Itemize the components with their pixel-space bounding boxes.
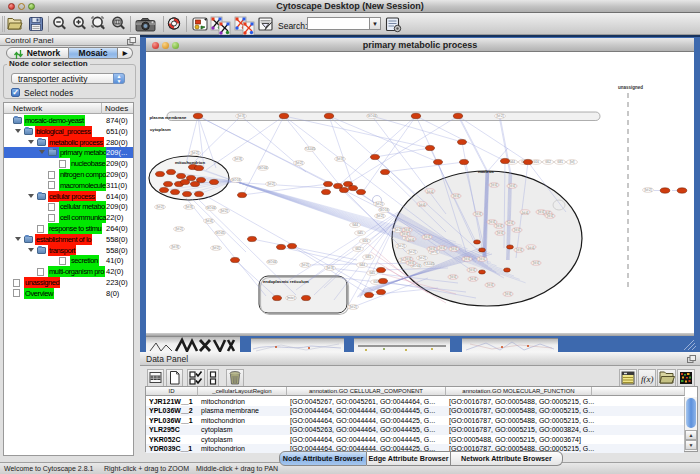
svg-text:G31: G31 <box>557 160 563 164</box>
svg-text:[lvl:4]: [lvl:4] <box>427 190 434 194</box>
svg-text:[lvl:4]: [lvl:4] <box>469 268 476 272</box>
svg-text:[lvl:3]: [lvl:3] <box>336 157 343 161</box>
svg-text:GO:44: GO:44 <box>207 206 216 210</box>
svg-text:[lvl:2]: [lvl:2] <box>408 250 415 254</box>
svg-text:[lvl]: [lvl] <box>570 160 575 164</box>
svg-text:[lvl:2]: [lvl:2] <box>267 182 274 186</box>
svg-text:[lvl:4]: [lvl:4] <box>451 247 458 251</box>
svg-text:cytoplasm: cytoplasm <box>150 127 171 132</box>
svg-text:[lvl:4]: [lvl:4] <box>496 224 503 228</box>
svg-text:[lvl:4]: [lvl:4] <box>487 283 494 287</box>
svg-text:YJL045: YJL045 <box>424 262 435 266</box>
svg-text:G45: G45 <box>369 271 375 275</box>
svg-text:[lvl:4]: [lvl:4] <box>470 277 477 281</box>
svg-text:[lvl:4]: [lvl:4] <box>402 232 409 236</box>
svg-text:G16: G16 <box>362 239 368 243</box>
svg-text:[lvl:2]: [lvl:2] <box>397 244 404 248</box>
svg-text:[lvl:4]: [lvl:4] <box>497 231 504 235</box>
svg-text:unassigned: unassigned <box>618 85 643 90</box>
svg-text:[lvl:4]: [lvl:4] <box>408 238 415 242</box>
svg-text:YJL045: YJL045 <box>305 147 316 151</box>
svg-text:[lvl:4]: [lvl:4] <box>408 261 415 265</box>
svg-text:G31: G31 <box>365 255 371 259</box>
svg-text:GO:45: GO:45 <box>216 231 225 235</box>
svg-text:G44: G44 <box>359 263 365 267</box>
svg-text:[lvl:2]: [lvl:2] <box>496 114 503 118</box>
svg-text:GO:44: GO:44 <box>268 260 277 264</box>
svg-text:f(x): f(x) <box>641 374 654 384</box>
svg-text:[lvl:3]: [lvl:3] <box>326 266 333 270</box>
svg-text:[lvl:4]: [lvl:4] <box>429 247 436 251</box>
svg-text:G44: G44 <box>352 223 358 227</box>
svg-text:[lvl:4]: [lvl:4] <box>464 257 471 261</box>
svg-text:[lvl:4]: [lvl:4] <box>453 194 460 198</box>
svg-text:[lvl:2]: [lvl:2] <box>295 161 302 165</box>
svg-text:[lvl:4]: [lvl:4] <box>419 203 426 207</box>
svg-text:[lvl:2]: [lvl:2] <box>220 209 227 213</box>
svg-text:[lvl:4]: [lvl:4] <box>516 248 523 252</box>
svg-text:[lvl:3]: [lvl:3] <box>237 114 244 118</box>
svg-text:[mito:]: [mito:] <box>287 296 295 300</box>
svg-text:G52: G52 <box>545 160 551 164</box>
svg-text:[lvl:2]: [lvl:2] <box>156 205 163 209</box>
svg-text:GO:44: GO:44 <box>259 166 268 170</box>
svg-text:G52: G52 <box>355 247 361 251</box>
svg-text:GO:44: GO:44 <box>368 114 377 118</box>
svg-text:[lvl:4]: [lvl:4] <box>424 235 431 239</box>
svg-text:[lvl:2]: [lvl:2] <box>418 256 425 260</box>
svg-text:[lvl:4]: [lvl:4] <box>509 184 516 188</box>
svg-text:[lvl:4]: [lvl:4] <box>528 246 535 250</box>
svg-text:[lvl:4]: [lvl:4] <box>533 261 540 265</box>
svg-text:[lvl:4]: [lvl:4] <box>479 257 486 261</box>
svg-text:[lvl:2]: [lvl:2] <box>375 202 382 206</box>
svg-text:endoplasmic reticulum: endoplasmic reticulum <box>263 279 309 284</box>
svg-text:[lvl:2]: [lvl:2] <box>301 263 308 267</box>
svg-text:[lvl:2]: [lvl:2] <box>349 305 356 309</box>
svg-text:[lvl:4]: [lvl:4] <box>505 292 512 296</box>
svg-text:[lvl:2]: [lvl:2] <box>394 228 401 232</box>
svg-text:[lvl:2]: [lvl:2] <box>175 227 182 231</box>
svg-text:mitochondrion: mitochondrion <box>175 160 205 165</box>
svg-text:GO:16: GO:16 <box>380 208 389 212</box>
svg-text:GO:16: GO:16 <box>232 178 241 182</box>
svg-text:G16: G16 <box>533 160 539 164</box>
svg-text:[lvl:2]: [lvl:2] <box>644 188 651 192</box>
svg-text:[lvl:4]: [lvl:4] <box>514 228 521 232</box>
svg-text:[lvl:4]: [lvl:4] <box>489 220 496 224</box>
svg-text:[lvl:4]: [lvl:4] <box>491 183 498 187</box>
svg-text:[lvl:4]: [lvl:4] <box>205 219 212 223</box>
svg-text:[lvl:3]: [lvl:3] <box>171 245 178 249</box>
svg-text:[lvl:4]: [lvl:4] <box>475 212 482 216</box>
svg-text:G45: G45 <box>357 231 363 235</box>
svg-text:plasma membrane: plasma membrane <box>150 115 187 120</box>
svg-text:[lvl:2]: [lvl:2] <box>376 214 383 218</box>
svg-text:G44: G44 <box>509 160 515 164</box>
svg-text:[lvl:2]: [lvl:2] <box>191 151 198 155</box>
svg-text:[lvl:2]: [lvl:2] <box>212 246 219 250</box>
svg-text:[lvl:4]: [lvl:4] <box>450 275 457 279</box>
svg-text:[lvl:3]: [lvl:3] <box>185 205 192 209</box>
svg-text:[lvl:4]: [lvl:4] <box>538 210 545 214</box>
svg-text:[lvl:3]: [lvl:3] <box>234 157 241 161</box>
svg-text:[lvl:4]: [lvl:4] <box>439 246 446 250</box>
svg-text:[lvl:4]: [lvl:4] <box>547 214 554 218</box>
svg-text:[lvl:4]: [lvl:4] <box>522 211 529 215</box>
svg-text:nucleus: nucleus <box>478 169 494 174</box>
svg-text:[lvl:4]: [lvl:4] <box>507 221 514 225</box>
